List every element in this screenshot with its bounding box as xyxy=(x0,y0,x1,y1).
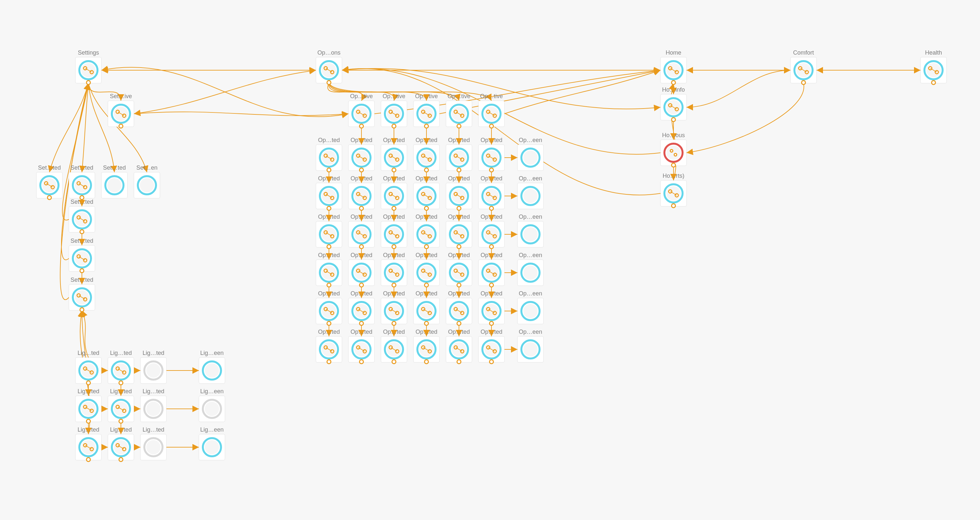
node-op_g_3[interactable]: Op…een xyxy=(517,252,544,286)
node-op_4_3[interactable]: Op…ted xyxy=(414,290,439,325)
node-op_g_0[interactable]: Op…een xyxy=(517,137,544,171)
link-handle[interactable] xyxy=(457,283,461,287)
node-lig_1_1[interactable]: Lig…ted xyxy=(108,388,134,423)
link-handle[interactable] xyxy=(327,207,331,210)
node-lig_0_1[interactable]: Lig…ted xyxy=(108,350,134,385)
node-comfort[interactable]: Comfort xyxy=(791,49,816,84)
node-lig_0_0[interactable]: Lig…ted xyxy=(75,350,102,385)
node-op_5_0[interactable]: Op…ted xyxy=(316,329,342,364)
node-lig_2_1[interactable]: Lig…ted xyxy=(108,426,134,461)
edge[interactable] xyxy=(61,83,88,260)
link-handle[interactable] xyxy=(490,283,493,287)
node-op_g_1[interactable]: Op…een xyxy=(517,175,544,209)
link-handle[interactable] xyxy=(490,360,493,364)
link-handle[interactable] xyxy=(490,245,493,249)
node-set_ted_c[interactable]: Set…ted xyxy=(102,164,127,198)
node-lig_1_2[interactable]: Lig…ted xyxy=(140,388,166,422)
link-handle[interactable] xyxy=(457,321,461,325)
node-op_3_1[interactable]: Op…ted xyxy=(348,252,374,287)
link-handle[interactable] xyxy=(425,207,428,210)
link-handle[interactable] xyxy=(490,207,493,210)
node-op_1_5[interactable]: Op…ted xyxy=(479,175,504,210)
link-handle[interactable] xyxy=(80,308,84,312)
node-health[interactable]: Health xyxy=(921,49,947,84)
node-op_1_1[interactable]: Op…ted xyxy=(348,175,374,210)
link-handle[interactable] xyxy=(327,81,331,84)
link-handle[interactable] xyxy=(392,360,396,364)
node-lig_0_2[interactable]: Lig…ted xyxy=(140,350,166,383)
link-handle[interactable] xyxy=(490,124,493,128)
node-ho_info[interactable]: Ho…info xyxy=(660,86,686,122)
edge[interactable] xyxy=(134,112,348,116)
link-handle[interactable] xyxy=(327,360,331,364)
node-op_2_4[interactable]: Op…ted xyxy=(446,213,472,249)
link-handle[interactable] xyxy=(360,207,363,210)
node-op_5_3[interactable]: Op…ted xyxy=(414,329,439,364)
node-set_ted_a[interactable]: Set…ted xyxy=(37,164,62,200)
link-handle[interactable] xyxy=(425,283,428,287)
node-op_5_4[interactable]: Op…ted xyxy=(446,329,472,364)
link-handle[interactable] xyxy=(119,458,123,461)
link-handle[interactable] xyxy=(425,124,428,128)
node-op_5_5[interactable]: Op…ted xyxy=(479,329,504,364)
node-op_4_2[interactable]: Op…ted xyxy=(381,290,407,325)
node-op_0_5[interactable]: Op…ted xyxy=(479,137,504,172)
node-op_3_0[interactable]: Op…ted xyxy=(316,252,342,287)
edge[interactable] xyxy=(504,70,660,114)
link-handle[interactable] xyxy=(119,419,123,423)
link-handle[interactable] xyxy=(671,118,675,122)
node-set_een[interactable]: Set…en xyxy=(134,164,160,198)
edge[interactable] xyxy=(102,67,348,117)
node-op_top_4[interactable]: Op…tive xyxy=(479,93,504,128)
link-handle[interactable] xyxy=(671,81,675,84)
link-handle[interactable] xyxy=(425,360,428,364)
node-op_3_4[interactable]: Op…ted xyxy=(446,252,472,287)
link-handle[interactable] xyxy=(80,230,84,234)
link-handle[interactable] xyxy=(86,419,91,423)
node-op_g_5[interactable]: Op…een xyxy=(517,329,544,363)
node-op_g_4[interactable]: Op…een xyxy=(517,290,544,324)
node-lig_g_1[interactable]: Lig…een xyxy=(199,388,225,422)
link-handle[interactable] xyxy=(360,360,363,364)
node-op_top_3[interactable]: Op…tive xyxy=(446,93,472,128)
node-set_ted_r4[interactable]: Set…ted xyxy=(69,277,95,312)
link-handle[interactable] xyxy=(86,381,91,385)
link-handle[interactable] xyxy=(671,204,675,208)
link-handle[interactable] xyxy=(490,168,493,172)
edge[interactable] xyxy=(686,83,804,153)
node-op_4_5[interactable]: Op…ted xyxy=(479,290,504,325)
node-op_4_4[interactable]: Op…ted xyxy=(446,290,472,325)
link-handle[interactable] xyxy=(490,321,493,325)
link-handle[interactable] xyxy=(392,245,396,249)
node-op_5_2[interactable]: Op…ted xyxy=(381,329,407,364)
edge[interactable] xyxy=(49,83,88,172)
link-handle[interactable] xyxy=(457,207,461,210)
node-op_top_2[interactable]: Op…tive xyxy=(414,93,439,128)
link-handle[interactable] xyxy=(360,321,363,325)
node-home[interactable]: Home xyxy=(660,49,686,84)
node-options[interactable]: Op…ons xyxy=(316,49,342,84)
link-handle[interactable] xyxy=(671,163,675,167)
link-handle[interactable] xyxy=(360,168,363,172)
link-handle[interactable] xyxy=(327,283,331,287)
link-handle[interactable] xyxy=(327,168,331,172)
node-op_0_3[interactable]: Op…ted xyxy=(414,137,439,172)
node-set_ted_b[interactable]: Set…ted xyxy=(69,164,95,200)
node-op_5_1[interactable]: Op…ted xyxy=(348,329,374,364)
edge[interactable] xyxy=(686,70,791,107)
node-op_2_5[interactable]: Op…ted xyxy=(479,213,504,249)
link-handle[interactable] xyxy=(392,283,396,287)
node-ho_ous[interactable]: Ho…ous xyxy=(660,132,686,167)
node-set_ted_r3[interactable]: Set…ted xyxy=(69,238,95,273)
node-lig_2_0[interactable]: Lig…ted xyxy=(75,426,102,461)
link-handle[interactable] xyxy=(80,269,84,273)
link-handle[interactable] xyxy=(48,196,51,200)
node-op_0_4[interactable]: Op…ted xyxy=(446,137,472,172)
link-handle[interactable] xyxy=(86,458,91,461)
node-set_ive[interactable]: Set…ive xyxy=(108,93,134,128)
link-handle[interactable] xyxy=(360,245,363,249)
link-handle[interactable] xyxy=(932,81,935,84)
node-op_3_5[interactable]: Op…ted xyxy=(479,252,504,287)
node-op_2_0[interactable]: Op…ted xyxy=(316,213,342,249)
node-op_3_2[interactable]: Op…ted xyxy=(381,252,407,287)
